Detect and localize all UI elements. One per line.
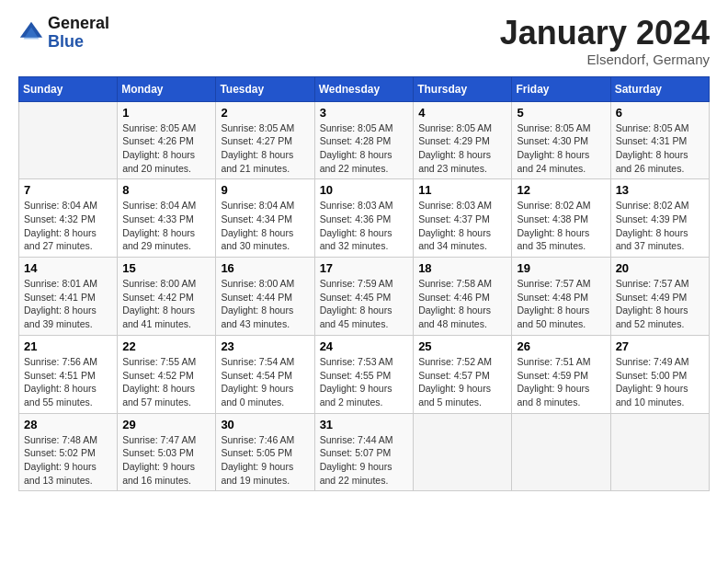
day-number: 31: [320, 418, 409, 431]
day-number: 29: [122, 418, 210, 431]
day-info: Sunrise: 8:02 AM Sunset: 4:39 PM Dayligh…: [616, 199, 704, 253]
calendar-cell: 6Sunrise: 8:05 AM Sunset: 4:31 PM Daylig…: [610, 101, 709, 179]
calendar-cell: 25Sunrise: 7:52 AM Sunset: 4:57 PM Dayli…: [414, 335, 512, 413]
calendar-cell: 20Sunrise: 7:57 AM Sunset: 4:49 PM Dayli…: [610, 258, 709, 336]
day-number: 4: [418, 106, 506, 120]
day-info: Sunrise: 8:05 AM Sunset: 4:29 PM Dayligh…: [418, 121, 506, 176]
day-info: Sunrise: 8:04 AM Sunset: 4:33 PM Dayligh…: [122, 199, 210, 253]
day-number: 26: [517, 339, 605, 353]
calendar-cell: 10Sunrise: 8:03 AM Sunset: 4:36 PM Dayli…: [314, 179, 414, 258]
day-info: Sunrise: 8:00 AM Sunset: 4:44 PM Dayligh…: [221, 277, 309, 331]
calendar-cell: [512, 413, 610, 491]
calendar-week-2: 7Sunrise: 8:04 AM Sunset: 4:32 PM Daylig…: [19, 179, 710, 258]
calendar-cell: [414, 413, 512, 491]
logo-blue: Blue: [48, 33, 109, 52]
day-info: Sunrise: 7:46 AM Sunset: 5:05 PM Dayligh…: [221, 433, 309, 488]
calendar-cell: 31Sunrise: 7:44 AM Sunset: 5:07 PM Dayli…: [314, 413, 414, 491]
day-info: Sunrise: 8:05 AM Sunset: 4:26 PM Dayligh…: [122, 121, 210, 176]
logo-icon: [18, 20, 44, 46]
day-number: 30: [221, 418, 309, 431]
day-number: 6: [616, 106, 704, 120]
day-number: 7: [24, 183, 112, 197]
calendar-cell: 30Sunrise: 7:46 AM Sunset: 5:05 PM Dayli…: [216, 413, 314, 491]
calendar-cell: 27Sunrise: 7:49 AM Sunset: 5:00 PM Dayli…: [610, 335, 709, 413]
day-info: Sunrise: 7:54 AM Sunset: 4:54 PM Dayligh…: [221, 355, 309, 409]
day-number: 12: [517, 183, 605, 197]
calendar-cell: 21Sunrise: 7:56 AM Sunset: 4:51 PM Dayli…: [19, 335, 118, 413]
calendar-cell: 23Sunrise: 7:54 AM Sunset: 4:54 PM Dayli…: [216, 335, 314, 413]
calendar-body: 1Sunrise: 8:05 AM Sunset: 4:26 PM Daylig…: [19, 101, 710, 491]
day-info: Sunrise: 7:51 AM Sunset: 4:59 PM Dayligh…: [517, 355, 605, 409]
header-day-monday: Monday: [118, 76, 216, 101]
day-number: 1: [122, 106, 210, 120]
calendar-cell: 29Sunrise: 7:47 AM Sunset: 5:03 PM Dayli…: [118, 413, 216, 491]
calendar-cell: 19Sunrise: 7:57 AM Sunset: 4:48 PM Dayli…: [512, 258, 610, 336]
day-info: Sunrise: 7:59 AM Sunset: 4:45 PM Dayligh…: [320, 277, 409, 331]
day-number: 18: [418, 261, 506, 275]
calendar-cell: 16Sunrise: 8:00 AM Sunset: 4:44 PM Dayli…: [216, 258, 314, 336]
day-info: Sunrise: 7:57 AM Sunset: 4:48 PM Dayligh…: [517, 277, 605, 331]
calendar-cell: 3Sunrise: 8:05 AM Sunset: 4:28 PM Daylig…: [314, 101, 414, 179]
day-number: 17: [320, 261, 409, 275]
day-number: 27: [616, 339, 704, 353]
day-info: Sunrise: 7:49 AM Sunset: 5:00 PM Dayligh…: [616, 355, 704, 409]
day-number: 15: [122, 261, 210, 275]
calendar-cell: 22Sunrise: 7:55 AM Sunset: 4:52 PM Dayli…: [118, 335, 216, 413]
calendar-cell: 2Sunrise: 8:05 AM Sunset: 4:27 PM Daylig…: [216, 101, 314, 179]
calendar-cell: 24Sunrise: 7:53 AM Sunset: 4:55 PM Dayli…: [314, 335, 414, 413]
day-number: 28: [24, 418, 112, 431]
logo-text: General Blue: [48, 15, 109, 52]
day-info: Sunrise: 8:05 AM Sunset: 4:28 PM Dayligh…: [320, 121, 409, 176]
header-day-saturday: Saturday: [610, 76, 709, 101]
calendar-cell: 28Sunrise: 7:48 AM Sunset: 5:02 PM Dayli…: [19, 413, 118, 491]
day-info: Sunrise: 8:03 AM Sunset: 4:36 PM Dayligh…: [320, 199, 409, 253]
day-number: 16: [221, 261, 309, 275]
day-info: Sunrise: 8:05 AM Sunset: 4:31 PM Dayligh…: [616, 121, 704, 176]
page-header: General Blue January 2024 Elsendorf, Ger…: [18, 15, 710, 67]
day-info: Sunrise: 8:02 AM Sunset: 4:38 PM Dayligh…: [517, 199, 605, 253]
day-info: Sunrise: 8:05 AM Sunset: 4:27 PM Dayligh…: [221, 121, 309, 176]
day-number: 2: [221, 106, 309, 120]
day-info: Sunrise: 8:04 AM Sunset: 4:32 PM Dayligh…: [24, 199, 112, 253]
calendar-cell: 4Sunrise: 8:05 AM Sunset: 4:29 PM Daylig…: [414, 101, 512, 179]
header-row: SundayMondayTuesdayWednesdayThursdayFrid…: [19, 76, 710, 101]
day-info: Sunrise: 7:53 AM Sunset: 4:55 PM Dayligh…: [320, 355, 409, 409]
calendar-cell: 1Sunrise: 8:05 AM Sunset: 4:26 PM Daylig…: [118, 101, 216, 179]
calendar-week-5: 28Sunrise: 7:48 AM Sunset: 5:02 PM Dayli…: [19, 413, 710, 491]
location: Elsendorf, Germany: [500, 52, 710, 67]
day-info: Sunrise: 8:01 AM Sunset: 4:41 PM Dayligh…: [24, 277, 112, 331]
day-info: Sunrise: 8:03 AM Sunset: 4:37 PM Dayligh…: [418, 199, 506, 253]
calendar-cell: [19, 101, 118, 179]
day-info: Sunrise: 7:47 AM Sunset: 5:03 PM Dayligh…: [122, 433, 210, 488]
calendar-cell: 11Sunrise: 8:03 AM Sunset: 4:37 PM Dayli…: [414, 179, 512, 258]
day-number: 19: [517, 261, 605, 275]
calendar-cell: 13Sunrise: 8:02 AM Sunset: 4:39 PM Dayli…: [610, 179, 709, 258]
day-number: 20: [616, 261, 704, 275]
day-number: 14: [24, 261, 112, 275]
day-info: Sunrise: 7:58 AM Sunset: 4:46 PM Dayligh…: [418, 277, 506, 331]
calendar-cell: 7Sunrise: 8:04 AM Sunset: 4:32 PM Daylig…: [19, 179, 118, 258]
month-title: January 2024: [500, 15, 710, 52]
header-day-thursday: Thursday: [414, 76, 512, 101]
calendar-cell: 9Sunrise: 8:04 AM Sunset: 4:34 PM Daylig…: [216, 179, 314, 258]
header-day-tuesday: Tuesday: [216, 76, 314, 101]
day-info: Sunrise: 7:57 AM Sunset: 4:49 PM Dayligh…: [616, 277, 704, 331]
calendar-week-1: 1Sunrise: 8:05 AM Sunset: 4:26 PM Daylig…: [19, 101, 710, 179]
day-info: Sunrise: 7:56 AM Sunset: 4:51 PM Dayligh…: [24, 355, 112, 409]
logo: General Blue: [18, 15, 109, 52]
day-info: Sunrise: 7:55 AM Sunset: 4:52 PM Dayligh…: [122, 355, 210, 409]
day-number: 22: [122, 339, 210, 353]
day-info: Sunrise: 8:05 AM Sunset: 4:30 PM Dayligh…: [517, 121, 605, 176]
calendar-cell: 14Sunrise: 8:01 AM Sunset: 4:41 PM Dayli…: [19, 258, 118, 336]
header-day-friday: Friday: [512, 76, 610, 101]
calendar-cell: 8Sunrise: 8:04 AM Sunset: 4:33 PM Daylig…: [118, 179, 216, 258]
calendar-week-3: 14Sunrise: 8:01 AM Sunset: 4:41 PM Dayli…: [19, 258, 710, 336]
day-number: 11: [418, 183, 506, 197]
day-info: Sunrise: 7:48 AM Sunset: 5:02 PM Dayligh…: [24, 433, 112, 488]
day-number: 3: [320, 106, 409, 120]
title-area: January 2024 Elsendorf, Germany: [500, 15, 710, 67]
day-info: Sunrise: 7:52 AM Sunset: 4:57 PM Dayligh…: [418, 355, 506, 409]
day-number: 13: [616, 183, 704, 197]
day-info: Sunrise: 8:04 AM Sunset: 4:34 PM Dayligh…: [221, 199, 309, 253]
calendar-cell: [610, 413, 709, 491]
